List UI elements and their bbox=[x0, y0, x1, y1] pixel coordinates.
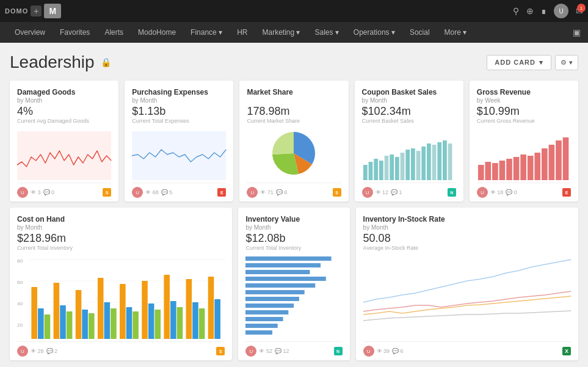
svg-rect-20 bbox=[485, 162, 491, 180]
card-chart bbox=[132, 126, 226, 180]
page-title: Leadership bbox=[10, 53, 95, 72]
notif-count: 1 bbox=[577, 4, 586, 12]
domo-logo: DOMO bbox=[5, 7, 28, 15]
svg-rect-7 bbox=[390, 154, 394, 180]
svg-rect-74 bbox=[245, 310, 288, 314]
source-badge: N bbox=[448, 188, 456, 197]
svg-rect-25 bbox=[520, 154, 526, 180]
svg-rect-47 bbox=[82, 310, 88, 339]
svg-rect-15 bbox=[432, 145, 436, 180]
card-desc: Current Market Share bbox=[247, 118, 341, 124]
comments-stat: 💬 5 bbox=[161, 189, 173, 195]
card-chart bbox=[362, 126, 456, 180]
views-stat: 👁 18 bbox=[490, 189, 504, 195]
card-desc: Current Avg Damaged Goods bbox=[17, 118, 111, 124]
card-subtitle: by Month bbox=[362, 97, 456, 104]
footer-avatar: U bbox=[362, 187, 373, 198]
svg-rect-75 bbox=[245, 317, 283, 321]
card-subtitle: by Month bbox=[245, 224, 342, 231]
card-inventory-value: Inventory Value by Month $12.08b Current… bbox=[238, 208, 349, 360]
card-footer: U 👁 12 💬 1 N bbox=[362, 183, 456, 202]
svg-rect-4 bbox=[374, 159, 378, 180]
nav-more[interactable]: More ▾ bbox=[437, 22, 474, 43]
svg-rect-21 bbox=[492, 163, 498, 180]
m-logo: M bbox=[44, 4, 61, 18]
nav-alerts[interactable]: Alerts bbox=[97, 22, 131, 43]
svg-rect-13 bbox=[421, 147, 426, 180]
svg-rect-42 bbox=[45, 314, 51, 339]
svg-rect-3 bbox=[368, 162, 372, 180]
nav-finance[interactable]: Finance ▾ bbox=[183, 22, 230, 43]
source-badge: X bbox=[562, 347, 571, 355]
footer-avatar: U bbox=[17, 346, 28, 357]
comments-stat: 💬 6 bbox=[276, 189, 288, 195]
card-title: Inventory Value bbox=[245, 215, 342, 223]
svg-text:20: 20 bbox=[17, 322, 23, 328]
nav-social[interactable]: Social bbox=[402, 22, 437, 43]
card-chart bbox=[363, 253, 571, 339]
svg-rect-53 bbox=[126, 307, 132, 339]
svg-rect-56 bbox=[148, 303, 154, 339]
card-subtitle: by Week bbox=[477, 97, 571, 104]
card-footer: U 👁 18 💬 0 E bbox=[477, 183, 571, 202]
card-subtitle: by Month bbox=[363, 224, 571, 231]
card-value: $12.08b bbox=[245, 232, 342, 245]
card-value: 4% bbox=[17, 105, 111, 118]
svg-rect-60 bbox=[177, 307, 183, 339]
comments-stat: 💬 0 bbox=[43, 189, 55, 195]
footer-avatar: U bbox=[245, 346, 256, 357]
svg-rect-66 bbox=[245, 256, 332, 261]
svg-rect-64 bbox=[208, 277, 214, 339]
comments-stat: 💬 0 bbox=[506, 189, 517, 195]
nav-modohome[interactable]: ModoHome bbox=[131, 22, 183, 43]
top-nav-icons: ⚲ ⊕ ∎ U ✉ 1 bbox=[513, 4, 583, 18]
views-stat: 👁 28 bbox=[31, 348, 44, 354]
card-gross-revenue: Gross Revenue by Week $10.99m Current Gr… bbox=[470, 81, 578, 202]
user-avatar[interactable]: U bbox=[554, 4, 568, 18]
svg-rect-44 bbox=[60, 305, 66, 339]
svg-rect-50 bbox=[104, 302, 111, 339]
card-desc: Current Basket Sales bbox=[362, 118, 456, 124]
svg-rect-46 bbox=[76, 290, 82, 339]
add-card-chevron: ▾ bbox=[539, 59, 543, 67]
nav-hr[interactable]: HR bbox=[230, 22, 255, 43]
comments-stat: 💬 2 bbox=[46, 348, 58, 354]
svg-rect-18 bbox=[448, 144, 452, 180]
svg-rect-12 bbox=[416, 151, 420, 180]
nav-overview[interactable]: Overview bbox=[7, 22, 53, 43]
footer-avatar: U bbox=[247, 187, 258, 198]
comments-stat: 💬 12 bbox=[275, 348, 289, 354]
svg-rect-16 bbox=[437, 142, 441, 180]
card-purchasing-expenses: Purchasing Expenses by Month $1.13b Curr… bbox=[125, 81, 233, 202]
card-title: Damaged Goods bbox=[17, 88, 111, 96]
nav-marketing[interactable]: Marketing ▾ bbox=[255, 22, 307, 43]
notifications[interactable]: ✉ 1 bbox=[576, 6, 583, 16]
svg-rect-72 bbox=[245, 297, 299, 301]
grid-icon[interactable]: ∎ bbox=[541, 6, 546, 16]
card-value: $218.96m bbox=[17, 232, 225, 245]
add-card-button[interactable]: ADD CARD ▾ bbox=[487, 55, 551, 70]
plus-button[interactable]: + bbox=[31, 5, 42, 16]
footer-avatar: U bbox=[477, 187, 488, 198]
card-market-share: Market Share 178.98m Current Market Shar… bbox=[239, 81, 348, 202]
svg-rect-76 bbox=[245, 324, 278, 328]
add-card-label: ADD CARD bbox=[495, 59, 535, 66]
nav-sales[interactable]: Sales ▾ bbox=[308, 22, 346, 43]
nav-operations[interactable]: Operations ▾ bbox=[346, 22, 402, 43]
nav-favorites[interactable]: Favorites bbox=[53, 22, 97, 43]
search-icon[interactable]: ⚲ bbox=[513, 6, 519, 16]
card-grid-top: Damaged Goods by Month 4% Current Avg Da… bbox=[10, 81, 578, 202]
settings-button[interactable]: ⚙ ▾ bbox=[555, 55, 578, 70]
svg-rect-0 bbox=[17, 131, 111, 180]
views-stat: 👁 71 bbox=[260, 189, 274, 195]
svg-rect-67 bbox=[245, 263, 321, 267]
svg-rect-40 bbox=[31, 287, 37, 339]
footer-avatar: U bbox=[17, 187, 28, 198]
svg-rect-48 bbox=[89, 313, 95, 339]
settings-chevron: ▾ bbox=[569, 59, 573, 67]
comments-stat: 💬 1 bbox=[391, 189, 402, 195]
page-header: Leadership 🔒 ADD CARD ▾ ⚙ ▾ bbox=[10, 53, 578, 72]
nav-action-icon[interactable]: ▣ bbox=[573, 27, 581, 37]
svg-rect-68 bbox=[245, 270, 310, 274]
add-icon[interactable]: ⊕ bbox=[526, 6, 534, 16]
